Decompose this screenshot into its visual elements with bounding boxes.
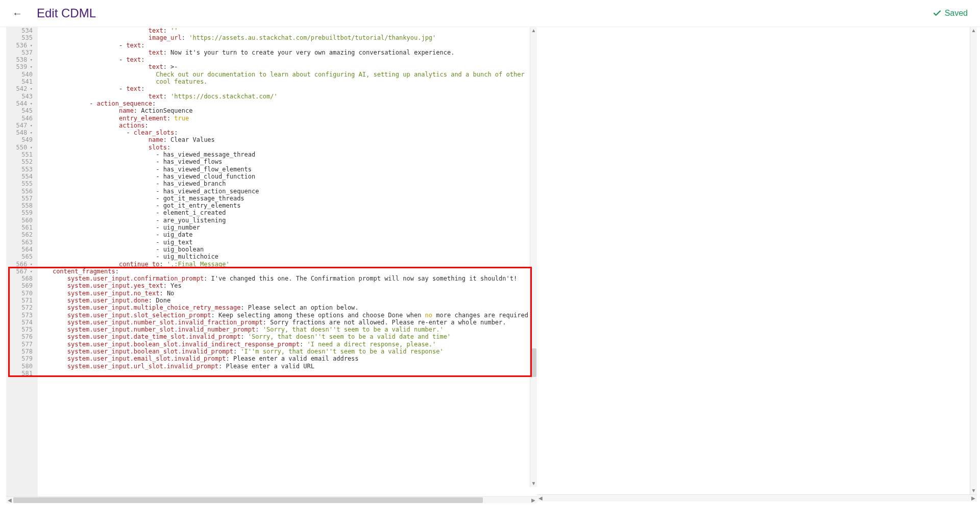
line-number: 575	[6, 326, 33, 333]
line-number: 544	[6, 100, 33, 107]
line-number: 572	[6, 304, 33, 311]
scroll-up-arrow-icon[interactable]: ▲	[970, 27, 977, 34]
code-line[interactable]: - clear_slots:	[38, 129, 537, 136]
code-line[interactable]: text: ''	[38, 27, 537, 34]
line-number: 559	[6, 209, 33, 216]
code-line[interactable]: system.user_input.email_slot.invalid_pro…	[38, 355, 537, 362]
code-line[interactable]: system.user_input.yes_text: Yes	[38, 282, 537, 289]
code-line[interactable]: - has_viewed_cloud_function	[38, 173, 537, 180]
line-number: 551	[6, 151, 33, 158]
code-line[interactable]: - text:	[38, 42, 537, 49]
code-line[interactable]: system.user_input.date_time_slot.invalid…	[38, 333, 537, 340]
code-line[interactable]: - uig_multichoice	[38, 253, 537, 260]
editor-vertical-scrollbar[interactable]: ▲ ▼	[530, 27, 537, 487]
code-line[interactable]: text: Now it's your turn to create your …	[38, 49, 537, 56]
line-number: 579	[6, 355, 33, 362]
line-number: 535	[6, 34, 33, 41]
scroll-up-arrow-icon[interactable]: ▲	[530, 27, 537, 34]
code-line[interactable]: name: Clear Values	[38, 136, 537, 143]
code-line[interactable]: slots:	[38, 144, 537, 151]
code-line[interactable]: entry_element: true	[38, 115, 537, 122]
saved-status: Saved	[933, 9, 968, 18]
code-line[interactable]: - has_viewed_message_thread	[38, 151, 537, 158]
line-number: 565	[6, 253, 33, 260]
vertical-scroll-thumb[interactable]	[531, 348, 536, 377]
scroll-right-arrow-icon[interactable]: ▶	[970, 495, 977, 501]
line-number: 557	[6, 195, 33, 202]
code-line[interactable]: system.user_input.number_slot.invalid_nu…	[38, 326, 537, 333]
line-number: 553	[6, 166, 33, 173]
code-line[interactable]: text: 'https://docs.stackchat.com/'	[38, 93, 537, 100]
scroll-left-arrow-icon[interactable]: ◀	[537, 495, 544, 501]
line-number: 568	[6, 275, 33, 282]
scroll-left-arrow-icon[interactable]: ◀	[6, 497, 13, 503]
line-number: 564	[6, 246, 33, 253]
preview-horizontal-scrollbar[interactable]: ◀ ▶	[537, 494, 977, 501]
code-line[interactable]: - text:	[38, 56, 537, 63]
line-number: 567	[6, 268, 33, 275]
scroll-right-arrow-icon[interactable]: ▶	[530, 497, 537, 503]
code-line[interactable]: image_url: 'https://assets.au.stackchat.…	[38, 34, 537, 41]
line-number: 540	[6, 71, 33, 78]
line-number: 546	[6, 115, 33, 122]
code-line[interactable]: Check out our documentation to learn abo…	[38, 71, 537, 78]
main: 5345355365375385395405415425435445455465…	[0, 27, 980, 503]
line-number: 563	[6, 239, 33, 246]
back-button[interactable]: ←	[12, 8, 22, 19]
line-number: 569	[6, 282, 33, 289]
line-number: 556	[6, 188, 33, 195]
line-number: 566	[6, 261, 33, 268]
line-number-gutter[interactable]: 5345355365375385395405415425435445455465…	[6, 27, 38, 496]
code-line[interactable]: - has_viewed_action_sequence	[38, 188, 537, 195]
code-line[interactable]: - are_you_listening	[38, 217, 537, 224]
code-line[interactable]: continue_to: '.:Final Message'	[38, 261, 537, 268]
code-line[interactable]: system.user_input.number_slot.invalid_fr…	[38, 319, 537, 326]
code-line[interactable]: - got_it_entry_elements	[38, 202, 537, 209]
code-area[interactable]: text: '' image_url: 'https://assets.au.s…	[38, 27, 537, 496]
line-number: 547	[6, 122, 33, 129]
code-line[interactable]: cool features.	[38, 78, 537, 85]
horizontal-scroll-thumb[interactable]	[13, 497, 483, 503]
line-number: 555	[6, 180, 33, 187]
code-line[interactable]: - has_viewed_branch	[38, 180, 537, 187]
line-number: 548	[6, 129, 33, 136]
header: ← Edit CDML Saved	[0, 0, 980, 27]
code-line[interactable]: - element_i_created	[38, 209, 537, 216]
check-icon	[933, 9, 942, 18]
code-line[interactable]: - uig_boolean	[38, 246, 537, 253]
code-line[interactable]: system.user_input.boolean_slot.invalid_i…	[38, 341, 537, 348]
code-line[interactable]: - uig_date	[38, 231, 537, 238]
code-line[interactable]: - got_it_message_threads	[38, 195, 537, 202]
code-line[interactable]: system.user_input.slot_selection_prompt:…	[38, 312, 537, 319]
preview-vertical-scrollbar[interactable]: ▲ ▼	[970, 27, 977, 494]
code-line[interactable]: system.user_input.done: Done	[38, 297, 537, 304]
code-line[interactable]: - has_viewed_flow_elements	[38, 166, 537, 173]
code-line[interactable]: content_fragments:	[38, 268, 537, 275]
code-line[interactable]: - text:	[38, 85, 537, 92]
line-number: 537	[6, 49, 33, 56]
code-line[interactable]: - has_viewed_flows	[38, 158, 537, 165]
code-line[interactable]: - action_sequence:	[38, 100, 537, 107]
editor-content[interactable]: 5345355365375385395405415425435445455465…	[6, 27, 537, 496]
code-line[interactable]: system.user_input.boolean_slot.invalid_p…	[38, 348, 537, 355]
scroll-down-arrow-icon[interactable]: ▼	[970, 487, 977, 494]
code-line[interactable]: - uig_text	[38, 239, 537, 246]
line-number: 562	[6, 231, 33, 238]
scroll-down-arrow-icon[interactable]: ▼	[530, 480, 537, 487]
code-line[interactable]: name: ActionSequence	[38, 107, 537, 114]
line-number: 543	[6, 93, 33, 100]
line-number: 561	[6, 224, 33, 231]
line-number: 539	[6, 63, 33, 70]
code-line[interactable]: system.user_input.multiple_choice_retry_…	[38, 304, 537, 311]
line-number: 571	[6, 297, 33, 304]
code-line[interactable]	[38, 370, 537, 377]
code-line[interactable]: system.user_input.no_text: No	[38, 290, 537, 297]
code-line[interactable]: system.user_input.confirmation_prompt: I…	[38, 275, 537, 282]
line-number: 554	[6, 173, 33, 180]
code-line[interactable]: text: >-	[38, 63, 537, 70]
line-number: 534	[6, 27, 33, 34]
code-line[interactable]: actions:	[38, 122, 537, 129]
code-line[interactable]: system.user_input.url_slot.invalid_promp…	[38, 363, 537, 370]
code-line[interactable]: - uig_number	[38, 224, 537, 231]
editor-horizontal-scrollbar[interactable]: ◀ ▶	[6, 496, 537, 503]
